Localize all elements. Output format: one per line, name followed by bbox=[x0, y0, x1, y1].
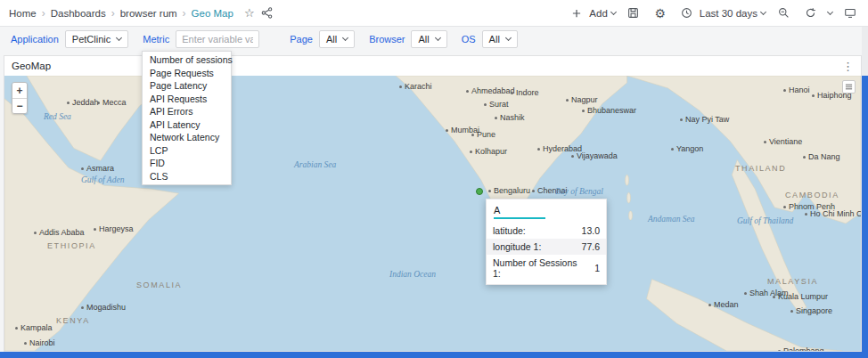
geomap-canvas[interactable]: JeddahMeccaAsmaraHargeysaAddis AbabaMoga… bbox=[4, 76, 861, 351]
geomap-panel: GeoMap ⋮ JeddahMeccaAsmaraHargeysaAddis … bbox=[4, 55, 862, 352]
metric-option[interactable]: Number of sessions bbox=[143, 53, 231, 67]
top-navigation-bar: Home›Dashboards›browser rum›Geo Map ☆ Ad… bbox=[0, 0, 868, 27]
map-attribution-toggle[interactable] bbox=[842, 80, 856, 94]
tooltip-title: A bbox=[487, 199, 606, 217]
chevron-down-icon bbox=[116, 35, 122, 41]
metric-option[interactable]: API Errors bbox=[143, 105, 231, 118]
map-zoom-control: + − bbox=[12, 82, 28, 114]
application-select[interactable]: PetClinic bbox=[65, 30, 128, 48]
zoom-out-time-icon[interactable] bbox=[774, 4, 792, 22]
breadcrumb-separator: › bbox=[111, 7, 115, 20]
metric-option[interactable]: Network Latency bbox=[143, 131, 231, 144]
breadcrumb-separator: › bbox=[183, 7, 186, 20]
metric-option[interactable]: API Requests bbox=[143, 93, 231, 106]
tooltip-series-line bbox=[494, 217, 545, 219]
os-value: All bbox=[489, 34, 500, 45]
settings-gear-icon[interactable]: ⚙ bbox=[651, 4, 669, 22]
metric-input[interactable] bbox=[176, 30, 259, 48]
chevron-down-icon bbox=[760, 8, 766, 14]
browser-select[interactable]: All bbox=[411, 30, 446, 48]
chevron-down-icon bbox=[610, 8, 617, 14]
metric-option[interactable]: Page Latency bbox=[143, 79, 231, 93]
breadcrumb-item[interactable]: Geo Map bbox=[192, 8, 233, 19]
variable-page: Page All bbox=[290, 30, 355, 48]
breadcrumb-item[interactable]: Home bbox=[9, 8, 37, 19]
refresh-interval-chevron-icon[interactable] bbox=[827, 8, 833, 14]
add-button-label: Add bbox=[589, 8, 607, 19]
os-select[interactable]: All bbox=[482, 30, 518, 48]
map-marker[interactable] bbox=[476, 188, 483, 195]
application-label: Application bbox=[11, 34, 59, 45]
star-icon[interactable]: ☆ bbox=[241, 4, 258, 22]
page-label: Page bbox=[290, 34, 313, 45]
panel-menu-kebab-icon[interactable]: ⋮ bbox=[842, 61, 854, 72]
vertical-scrollbar-thumb[interactable] bbox=[862, 76, 868, 352]
tooltip-row: longitude 1:77.6 bbox=[487, 239, 606, 255]
browser-label: Browser bbox=[369, 34, 405, 45]
clock-icon bbox=[678, 4, 696, 22]
zoom-in-button[interactable]: + bbox=[12, 83, 27, 98]
chevron-down-icon bbox=[342, 35, 348, 41]
plus-icon bbox=[568, 4, 585, 22]
tooltip-rows: latitude:13.0longitude 1:77.6Number of S… bbox=[487, 223, 606, 281]
chevron-down-icon bbox=[505, 35, 512, 41]
time-range-picker[interactable]: Last 30 days bbox=[678, 4, 766, 22]
map-tooltip: A latitude:13.0longitude 1:77.6Number of… bbox=[486, 199, 607, 285]
tooltip-row: Number of Sessions 1:1 bbox=[487, 255, 606, 281]
metric-dropdown: Number of sessionsPage RequestsPage Late… bbox=[142, 51, 232, 185]
tooltip-row-value: 1 bbox=[594, 263, 600, 273]
tooltip-row-label: longitude 1: bbox=[493, 241, 541, 252]
metric-option[interactable]: CLS bbox=[143, 170, 231, 183]
variable-metric: Metric bbox=[143, 30, 259, 48]
zoom-out-button[interactable]: − bbox=[12, 98, 27, 113]
metric-option[interactable]: LCP bbox=[143, 144, 231, 158]
browser-value: All bbox=[418, 34, 429, 45]
metric-option[interactable]: API Latency bbox=[143, 118, 231, 132]
time-range-label: Last 30 days bbox=[700, 8, 757, 19]
save-dashboard-icon[interactable] bbox=[625, 4, 643, 22]
application-value: PetClinic bbox=[72, 34, 111, 45]
tooltip-row-label: Number of Sessions 1: bbox=[493, 257, 587, 279]
panel-header: GeoMap ⋮ bbox=[4, 56, 861, 76]
breadcrumb-separator: › bbox=[42, 7, 45, 20]
metric-option[interactable]: Page Requests bbox=[143, 67, 231, 80]
breadcrumb-item[interactable]: Dashboards bbox=[51, 8, 106, 19]
panel-title: GeoMap bbox=[12, 61, 51, 71]
horizontal-scrollbar[interactable] bbox=[0, 352, 868, 358]
os-label: OS bbox=[462, 34, 476, 45]
tooltip-row-value: 13.0 bbox=[582, 225, 600, 236]
variable-os: OS All bbox=[462, 30, 518, 48]
metric-option[interactable]: FID bbox=[143, 157, 231, 170]
dashboard-variables-bar: Application PetClinic Metric Page All Br… bbox=[0, 27, 868, 52]
variable-application: Application PetClinic bbox=[11, 30, 128, 48]
tv-mode-icon[interactable] bbox=[841, 4, 859, 22]
metric-label: Metric bbox=[143, 34, 169, 45]
tooltip-row-label: latitude: bbox=[493, 225, 526, 236]
page-select[interactable]: All bbox=[319, 30, 355, 48]
tooltip-row-value: 77.6 bbox=[582, 241, 600, 252]
breadcrumb: Home›Dashboards›browser rum›Geo Map bbox=[9, 7, 233, 20]
refresh-icon[interactable] bbox=[801, 4, 819, 22]
tooltip-row: latitude:13.0 bbox=[487, 223, 606, 239]
share-icon[interactable] bbox=[258, 4, 276, 22]
map-landmasses bbox=[4, 76, 861, 351]
add-button[interactable]: Add bbox=[568, 4, 615, 22]
page-value: All bbox=[326, 34, 337, 45]
breadcrumb-item[interactable]: browser rum bbox=[120, 8, 177, 19]
chevron-down-icon bbox=[435, 35, 441, 41]
variable-browser: Browser All bbox=[369, 30, 447, 48]
